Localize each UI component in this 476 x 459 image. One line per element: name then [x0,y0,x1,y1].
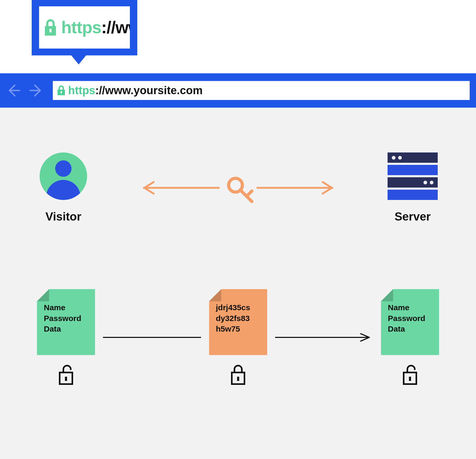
server-label: Server [394,210,431,223]
file-line: dy32fs83 [216,313,262,324]
data-flow-row: Name Password Data jdrj435cs dy32fs [34,289,442,386]
diagram-canvas: Visitor [0,108,476,459]
plaintext-file-icon: Name Password Data [381,289,439,355]
callout-frame: https://ww [32,0,137,55]
address-bar: https://www.yoursite.com [53,81,470,100]
plaintext-file-icon: Name Password Data [37,289,95,355]
back-icon [6,84,20,97]
lock-icon [57,85,65,96]
file-line: Data [44,324,90,334]
key-exchange-arrows [92,172,384,204]
server-endpoint: Server [384,152,442,223]
decrypt-arrow [275,332,373,343]
encrypt-arrow [103,332,201,343]
unlocked-icon [402,365,418,386]
file-line: jdrj435cs [216,302,262,313]
callout-pointer [71,55,86,64]
callout-url-text: https://ww [61,18,130,37]
file-line: Name [388,302,434,313]
svg-rect-1 [61,91,62,93]
cipher-file-col: jdrj435cs dy32fs83 h5w75 [206,289,270,386]
callout-rest: ://ww [101,18,130,37]
address-scheme: https [68,84,95,97]
visitor-label: Visitor [45,210,81,223]
visitor-avatar-icon [40,152,87,200]
svg-rect-0 [49,29,51,32]
file-line: h5w75 [216,324,262,334]
callout-address: https://ww [39,6,130,49]
callout-scheme: https [61,18,101,37]
svg-rect-8 [65,377,67,381]
address-rest: ://www.yoursite.com [95,84,203,97]
forward-icon [30,84,43,97]
ciphertext-file-icon: jdrj435cs dy32fs83 h5w75 [209,289,267,355]
file-line: Data [388,324,434,334]
file-line: Password [44,313,90,324]
file-line: Password [388,313,434,324]
browser-bar: https://www.yoursite.com [0,73,476,108]
key-icon [229,178,252,202]
svg-rect-11 [237,377,239,381]
unlocked-icon [58,365,74,386]
locked-icon [230,365,247,386]
file-line: Name [44,302,90,313]
svg-rect-14 [409,377,411,381]
url-zoom-callout: https://ww [32,0,137,66]
key-exchange-row: Visitor [34,152,442,223]
svg-line-6 [247,191,252,196]
server-icon [388,152,438,200]
lock-icon [43,19,58,36]
plain-file-col: Name Password Data [34,289,98,386]
plain2-file-col: Name Password Data [378,289,442,386]
address-url: https://www.yoursite.com [68,84,203,97]
visitor-endpoint: Visitor [34,152,92,223]
